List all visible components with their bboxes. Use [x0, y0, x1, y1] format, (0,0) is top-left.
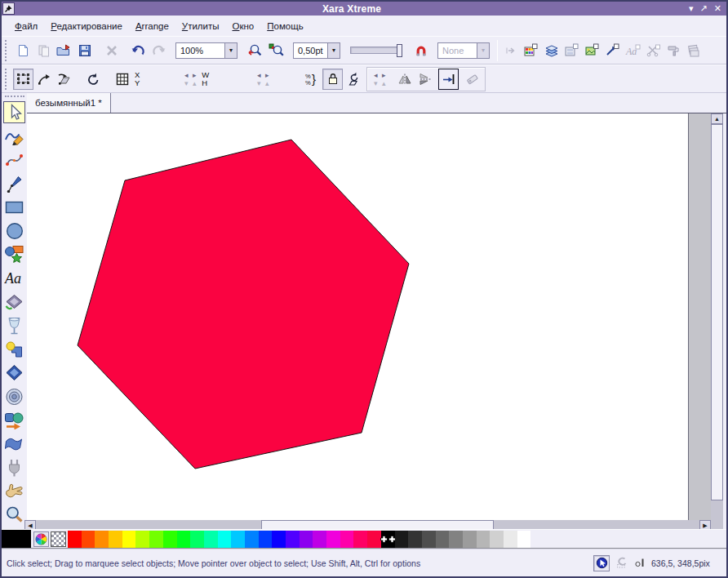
- close-button[interactable]: ✕: [714, 2, 721, 15]
- transparency-tool-button[interactable]: [3, 314, 25, 336]
- vertical-scroll-thumb[interactable]: [711, 124, 723, 500]
- menu-2[interactable]: Редактирование: [51, 21, 122, 31]
- color-swatch-5[interactable]: [122, 531, 136, 548]
- hexagon-shape[interactable]: [78, 140, 409, 469]
- layer-gallery-button[interactable]: [541, 40, 562, 61]
- color-swatch-25[interactable]: [395, 531, 409, 548]
- color-swatch-29[interactable]: [449, 531, 463, 548]
- color-editor-button[interactable]: [33, 531, 49, 547]
- color-swatch-12[interactable]: [218, 531, 232, 548]
- maximize-button[interactable]: ↗: [700, 2, 708, 15]
- color-swatch-26[interactable]: [408, 531, 422, 548]
- height-nudge[interactable]: ◂▸▾▴: [255, 71, 271, 87]
- color-gallery-button[interactable]: [521, 40, 541, 61]
- zoom-drag-button[interactable]: [266, 40, 286, 61]
- fill-gallery-button[interactable]: [664, 40, 684, 61]
- window-menu-button[interactable]: [2, 2, 15, 15]
- style-name-dropdown-arrow[interactable]: ▾: [477, 42, 490, 59]
- clipart-gallery-button[interactable]: [643, 40, 664, 61]
- blend-tool-button[interactable]: [3, 409, 25, 431]
- color-swatch-17[interactable]: [286, 531, 300, 548]
- color-swatch-2[interactable]: [82, 531, 95, 548]
- position-grid-button[interactable]: [113, 69, 133, 90]
- push-tool-button[interactable]: [3, 480, 25, 502]
- color-swatch-18[interactable]: [300, 531, 313, 548]
- zoom-level-combobox[interactable]: 100%▾: [175, 42, 237, 59]
- selection-bounds-handles-button[interactable]: [13, 69, 33, 90]
- feather-slider[interactable]: [350, 44, 402, 57]
- width-nudge[interactable]: ◂▸▾▴: [182, 71, 198, 87]
- color-swatch-9[interactable]: [177, 531, 191, 548]
- shadow-tool-button[interactable]: [3, 338, 25, 360]
- mould-tool-button[interactable]: [3, 433, 25, 455]
- menu-4[interactable]: Утилиты: [182, 21, 220, 31]
- toolbox-drag-handle[interactable]: [5, 96, 24, 100]
- color-swatch-6[interactable]: [135, 531, 149, 548]
- vertical-scrollbar[interactable]: ▲ ▼: [711, 113, 723, 531]
- undo-button[interactable]: [128, 40, 149, 61]
- line-width-value[interactable]: 0,50pt: [293, 42, 327, 59]
- color-swatch-3[interactable]: [95, 531, 109, 548]
- fill-tool-button[interactable]: [3, 291, 25, 313]
- delete-button[interactable]: [101, 40, 122, 61]
- menu-3[interactable]: Arrange: [135, 21, 169, 31]
- skew-rotate-button[interactable]: [343, 69, 363, 90]
- style-name-combobox[interactable]: None▾: [437, 42, 490, 59]
- menu-5[interactable]: Окно: [233, 21, 255, 31]
- color-swatch-10[interactable]: [190, 531, 204, 548]
- save-document-button[interactable]: [74, 40, 95, 61]
- zoom-out-button[interactable]: [246, 40, 266, 61]
- color-swatch-16[interactable]: [272, 531, 286, 548]
- fractal-gallery-button[interactable]: [684, 40, 704, 61]
- color-swatch-8[interactable]: [163, 531, 177, 548]
- snap-magnet-button[interactable]: [411, 40, 431, 61]
- pen-tool-button[interactable]: [3, 172, 25, 194]
- scroll-up-button[interactable]: ▲: [711, 113, 723, 124]
- object-edit-handles-button[interactable]: [33, 69, 54, 90]
- color-swatch-19[interactable]: [313, 531, 326, 548]
- color-swatch-22[interactable]: [353, 531, 367, 548]
- redo-button[interactable]: [149, 40, 169, 61]
- color-swatch-21[interactable]: [340, 531, 354, 548]
- toolbar-drag-handle[interactable]: [5, 40, 10, 61]
- open-document-button[interactable]: [54, 40, 74, 61]
- menu-1[interactable]: Файл: [15, 21, 38, 31]
- line-width-combobox[interactable]: 0,50pt▾: [293, 42, 340, 59]
- scale-percent-button[interactable]: %%}: [302, 69, 322, 90]
- color-swatch-30[interactable]: [463, 531, 477, 548]
- document-tab[interactable]: безымянный1 *: [27, 93, 111, 113]
- color-swatch-11[interactable]: [204, 531, 218, 548]
- shade-button[interactable]: ▾: [689, 2, 694, 15]
- bevel-tool-button[interactable]: [3, 362, 25, 384]
- feather-slider-handle[interactable]: [397, 44, 402, 57]
- freehand-tool-button[interactable]: [3, 125, 25, 147]
- zoom-level-value[interactable]: 100%: [175, 42, 224, 59]
- copy-document-button[interactable]: [33, 40, 54, 61]
- color-swatch-24[interactable]: [381, 531, 395, 548]
- attribute-tag-button[interactable]: [462, 69, 482, 90]
- selector-tool-button[interactable]: [3, 101, 25, 123]
- lock-aspect-button[interactable]: [322, 69, 343, 90]
- color-swatch-23[interactable]: [367, 531, 381, 548]
- style-name-value[interactable]: None: [437, 42, 477, 59]
- line-width-dropdown-arrow[interactable]: ▾: [327, 42, 340, 59]
- font-gallery-button[interactable]: Aa: [623, 40, 643, 61]
- text-tool-button[interactable]: Aa: [3, 267, 25, 289]
- rectangle-tool-button[interactable]: [3, 196, 25, 218]
- color-swatch-13[interactable]: [231, 531, 245, 548]
- color-swatch-28[interactable]: [436, 531, 450, 548]
- flip-horizontal-button[interactable]: [394, 69, 415, 90]
- angle-nudge[interactable]: ◂▸▾▴: [371, 71, 388, 87]
- rotate-mode-button[interactable]: [82, 69, 103, 90]
- color-swatch-14[interactable]: [245, 531, 259, 548]
- fill-edit-handles-button[interactable]: [54, 69, 74, 90]
- live-effects-tool-button[interactable]: [3, 456, 25, 478]
- color-swatch-34[interactable]: [517, 531, 531, 548]
- ellipse-tool-button[interactable]: [3, 220, 25, 242]
- contour-tool-button[interactable]: [3, 385, 25, 407]
- frame-gallery-button[interactable]: [562, 40, 582, 61]
- color-swatch-27[interactable]: [422, 531, 436, 548]
- color-swatch-31[interactable]: [477, 531, 491, 548]
- canvas[interactable]: [27, 113, 688, 520]
- color-swatch-20[interactable]: [326, 531, 340, 548]
